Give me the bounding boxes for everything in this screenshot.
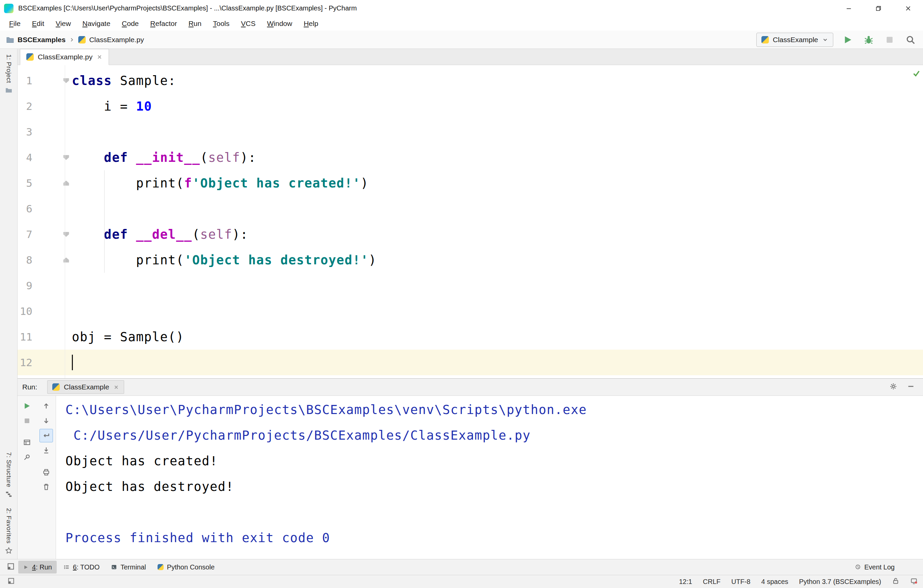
line-number[interactable]: 11 bbox=[18, 331, 32, 343]
debug-button[interactable] bbox=[862, 33, 875, 46]
code-line[interactable]: 3 bbox=[18, 119, 923, 145]
code-line[interactable]: 9 bbox=[18, 273, 923, 298]
hide-icon bbox=[907, 382, 915, 390]
toolwindow-button-python-console[interactable]: Python Console bbox=[153, 561, 219, 573]
caret-position-widget[interactable]: 12:1 bbox=[679, 578, 692, 586]
run-config-selector[interactable]: ClassExample bbox=[756, 33, 833, 47]
breadcrumb-project[interactable]: BSCExamples bbox=[18, 36, 66, 44]
close-tab-icon[interactable] bbox=[113, 384, 119, 390]
down-arrow-icon bbox=[42, 417, 50, 425]
line-number[interactable]: 5 bbox=[18, 177, 32, 189]
fold-start-icon[interactable] bbox=[62, 78, 70, 83]
stripe-item-project[interactable]: 1: Project bbox=[5, 54, 13, 94]
stripe-project-label: 1: Project bbox=[5, 54, 13, 83]
menu-edit[interactable]: Edit bbox=[26, 18, 50, 29]
line-number[interactable]: 8 bbox=[18, 254, 32, 266]
line-number[interactable]: 12 bbox=[18, 356, 32, 369]
code-line[interactable]: 6 bbox=[18, 196, 923, 221]
line-number[interactable]: 1 bbox=[18, 75, 32, 87]
run-button[interactable] bbox=[841, 33, 854, 46]
up-stack-trace-button[interactable] bbox=[39, 399, 53, 413]
code-line[interactable]: 4 def __init__(self): bbox=[18, 145, 923, 170]
stripe-bottom-group: 7: Structure 2: Favorites bbox=[5, 452, 13, 554]
menu-run[interactable]: Run bbox=[183, 18, 207, 29]
token-dunder: __del__ bbox=[136, 227, 192, 242]
console-line: Process finished with exit code 0 bbox=[66, 525, 923, 551]
code-line[interactable]: 2 i = 10 bbox=[18, 93, 923, 119]
code-line[interactable]: 5 print(f'Object has created!') bbox=[18, 170, 923, 196]
toolwindow-button-todo[interactable]: 6: TODO bbox=[59, 561, 104, 573]
close-button[interactable] bbox=[893, 0, 923, 16]
line-number[interactable]: 3 bbox=[18, 126, 32, 138]
restore-icon bbox=[875, 5, 882, 12]
interpreter-widget[interactable]: Python 3.7 (BSCExamples) bbox=[799, 578, 881, 586]
code-line[interactable]: 8 print('Object has destroyed!') bbox=[18, 247, 923, 273]
line-number[interactable]: 10 bbox=[18, 305, 32, 317]
toolwindow-button-event-log[interactable]: Event Log bbox=[850, 561, 899, 573]
tool-window-toggle-icon bbox=[7, 562, 15, 570]
search-everywhere-button[interactable] bbox=[904, 33, 917, 46]
rerun-button[interactable] bbox=[20, 399, 34, 413]
line-separator-widget[interactable]: CRLF bbox=[703, 578, 721, 586]
menu-view[interactable]: View bbox=[50, 18, 77, 29]
menu-vcs[interactable]: VCS bbox=[235, 18, 261, 29]
rerun-icon bbox=[23, 402, 31, 410]
line-number[interactable]: 4 bbox=[18, 151, 32, 164]
notifications-button[interactable] bbox=[910, 577, 918, 586]
fold-start-icon[interactable] bbox=[62, 232, 70, 237]
print-button[interactable] bbox=[39, 465, 53, 479]
write-access-lock-button[interactable] bbox=[892, 577, 899, 586]
token-plain bbox=[128, 151, 136, 165]
line-number[interactable]: 9 bbox=[18, 280, 32, 292]
menu-tools[interactable]: Tools bbox=[207, 18, 235, 29]
line-number[interactable]: 2 bbox=[18, 100, 32, 112]
close-tab-icon[interactable] bbox=[97, 54, 103, 60]
stripe-item-favorites[interactable]: 2: Favorites bbox=[5, 508, 13, 554]
menu-bar: FileEditViewNavigateCodeRefactorRunTools… bbox=[0, 16, 923, 31]
menu-help[interactable]: Help bbox=[298, 18, 324, 29]
minimize-button[interactable] bbox=[834, 0, 864, 16]
restore-layout-icon bbox=[23, 438, 31, 446]
clear-console-button[interactable] bbox=[39, 480, 53, 494]
code-editor[interactable]: 1class Sample:2 i = 1034 def __init__(se… bbox=[18, 65, 923, 378]
line-number[interactable]: 7 bbox=[18, 228, 32, 241]
indent-widget[interactable]: 4 spaces bbox=[761, 578, 788, 586]
scroll-to-end-button[interactable] bbox=[39, 444, 53, 457]
fold-end-icon[interactable] bbox=[62, 257, 70, 263]
menu-file[interactable]: File bbox=[3, 18, 26, 29]
settings-button[interactable] bbox=[889, 382, 897, 392]
lock-icon bbox=[892, 577, 899, 585]
code-line[interactable]: 11obj = Sample() bbox=[18, 324, 923, 350]
hide-panel-button[interactable] bbox=[907, 382, 915, 392]
token-keyword: def bbox=[104, 227, 128, 242]
line-number[interactable]: 6 bbox=[18, 203, 32, 215]
toolwindow-button-run[interactable]: 4: Run bbox=[18, 561, 57, 573]
stop-process-button[interactable] bbox=[20, 414, 34, 427]
stop-button[interactable] bbox=[883, 33, 896, 46]
console-line: Object has destroyed! bbox=[66, 474, 923, 500]
menu-refactor[interactable]: Refactor bbox=[145, 18, 182, 29]
fold-start-icon[interactable] bbox=[62, 155, 70, 160]
pin-tab-button[interactable] bbox=[20, 450, 34, 464]
maximize-button[interactable] bbox=[864, 0, 893, 16]
menu-window[interactable]: Window bbox=[261, 18, 298, 29]
soft-wrap-button[interactable] bbox=[39, 429, 53, 442]
code-line[interactable]: 10 bbox=[18, 298, 923, 324]
toolwindow-button-terminal[interactable]: Terminal bbox=[106, 561, 151, 573]
breadcrumb-file[interactable]: ClassExample.py bbox=[89, 36, 144, 44]
menu-navigate[interactable]: Navigate bbox=[77, 18, 116, 29]
code-line[interactable]: 12 bbox=[18, 350, 923, 375]
stripe-item-structure[interactable]: 7: Structure bbox=[5, 452, 13, 498]
fold-end-icon[interactable] bbox=[62, 181, 70, 186]
down-stack-trace-button[interactable] bbox=[39, 414, 53, 427]
code-line[interactable]: 7 def __del__(self): bbox=[18, 221, 923, 247]
code-line[interactable]: 1class Sample: bbox=[18, 68, 923, 93]
menu-code[interactable]: Code bbox=[116, 18, 145, 29]
tool-window-toggle-button[interactable] bbox=[7, 562, 15, 572]
restore-layout-button[interactable] bbox=[20, 436, 34, 449]
editor-tab-classexample[interactable]: ClassExample.py bbox=[20, 49, 109, 65]
encoding-widget[interactable]: UTF-8 bbox=[731, 578, 751, 586]
run-console-tab[interactable]: ClassExample bbox=[47, 380, 124, 394]
inspection-status-button[interactable] bbox=[912, 69, 920, 79]
toggle-toolbar-button[interactable] bbox=[7, 577, 15, 586]
